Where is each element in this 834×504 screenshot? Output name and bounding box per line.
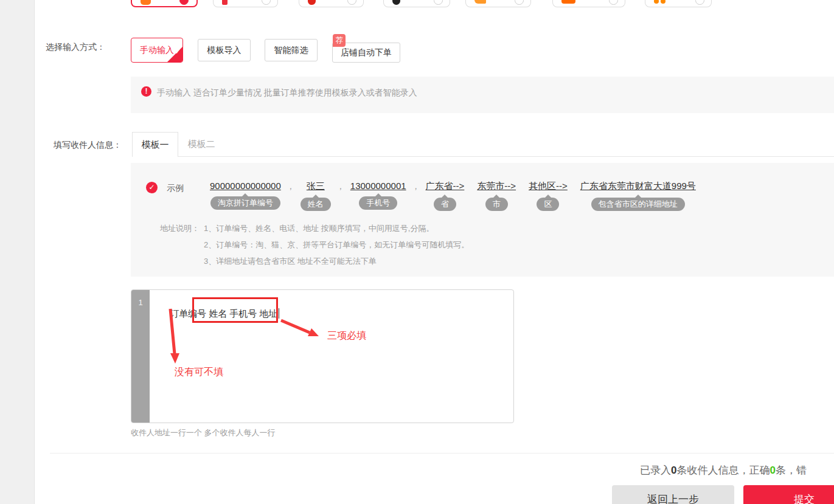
annotation-optional: 没有可不填 bbox=[175, 366, 223, 379]
separator: ， bbox=[287, 181, 295, 192]
check-circle-icon: ✓ bbox=[146, 182, 158, 193]
submit-button[interactable]: 提交 bbox=[743, 485, 834, 504]
summary-prefix: 已录入 bbox=[640, 464, 671, 476]
summary-mid: 条收件人信息，正确 bbox=[676, 464, 770, 476]
recipient-info-label: 填写收件人信息： bbox=[54, 140, 122, 151]
input-method-smart-button[interactable]: 智能筛选 bbox=[265, 39, 318, 61]
platform-option-5[interactable] bbox=[465, 0, 531, 7]
example-label: 示例 bbox=[167, 183, 184, 194]
example-district: 其他区--> bbox=[529, 181, 568, 192]
example-entry-district: 其他区--> 区 bbox=[529, 181, 568, 211]
footer-divider bbox=[50, 453, 834, 454]
correct-count: 0 bbox=[770, 464, 775, 476]
separator: ， bbox=[336, 181, 345, 192]
left-gutter-panel bbox=[0, 0, 35, 504]
radio-icon bbox=[515, 0, 524, 5]
entry-summary: 已录入0条收件人信息，正确0条，错 bbox=[640, 463, 807, 477]
example-entry-address: 广东省东莞市财富大道999号 包含省市区的详细地址 bbox=[580, 181, 696, 211]
platform-icon-5 bbox=[474, 0, 486, 4]
example-address: 广东省东莞市财富大道999号 bbox=[580, 181, 696, 192]
address-note-line-2: 2、订单编号：淘、猫、京、拼等平台订单编号，如无订单编号可随机填写。 bbox=[204, 240, 469, 250]
platform-icon-4 bbox=[392, 0, 400, 5]
example-phone: 13000000001 bbox=[350, 181, 406, 191]
platform-icon-2 bbox=[222, 0, 228, 5]
radio-icon bbox=[695, 0, 704, 5]
example-city: 东莞市--> bbox=[477, 181, 516, 192]
line-number: 1 bbox=[138, 298, 142, 307]
recipient-address-editor[interactable]: 1 订单编号 姓名 手机号 地址 bbox=[131, 289, 514, 423]
platform-option-2[interactable] bbox=[213, 0, 278, 7]
address-note-line-3: 3、详细地址请包含省市区 地址不全可能无法下单 bbox=[204, 256, 469, 267]
platform-option-4[interactable] bbox=[383, 0, 450, 7]
example-entry-city: 东莞市--> 市 bbox=[477, 181, 516, 211]
platform-icon-1 bbox=[141, 0, 151, 5]
tag-name: 姓名 bbox=[301, 198, 331, 211]
editor-hint: 收件人地址一行一个 多个收件人每人一行 bbox=[131, 427, 276, 438]
example-row: 90000000000000 淘京拼订单编号 ， 张三 姓名 ， 1300000… bbox=[210, 181, 696, 211]
radio-icon bbox=[609, 0, 618, 5]
tag-district: 区 bbox=[537, 198, 559, 211]
platform-option-1[interactable] bbox=[131, 0, 198, 7]
tab-divider bbox=[132, 156, 834, 157]
notice-text: 手动输入 适合订单少量情况 批量订单推荐使用模板录入或者智能录入 bbox=[157, 88, 417, 98]
example-entry-order-no: 90000000000000 淘京拼订单编号 bbox=[210, 181, 281, 210]
input-method-shop-auto-button[interactable]: 店铺自动下单 荐 bbox=[332, 43, 400, 63]
input-method-manual-button[interactable]: 手动输入 ✓ bbox=[131, 38, 183, 63]
tag-address: 包含省市区的详细地址 bbox=[591, 198, 685, 211]
shop-auto-label: 店铺自动下单 bbox=[341, 47, 392, 57]
address-note-line-1: 1、订单编号、姓名、电话、地址 按顺序填写，中间用逗号,分隔。 bbox=[204, 223, 469, 234]
platform-icon-6 bbox=[561, 0, 575, 4]
tag-order-no: 淘京拼订单编号 bbox=[210, 196, 280, 210]
input-method-label: 选择输入方式： bbox=[46, 42, 105, 53]
platform-icon-7 bbox=[654, 0, 659, 4]
summary-suffix: 条，错 bbox=[776, 464, 807, 476]
example-name: 张三 bbox=[307, 181, 325, 192]
text-caret bbox=[279, 308, 279, 319]
radio-icon bbox=[262, 0, 271, 5]
tab-template-1[interactable]: 模板一 bbox=[132, 132, 178, 157]
example-entry-name: 张三 姓名 bbox=[301, 181, 331, 211]
line-number-gutter: 1 bbox=[131, 290, 150, 423]
example-entry-province: 广东省--> 省 bbox=[426, 181, 465, 211]
platform-icon-3 bbox=[308, 0, 316, 5]
platform-option-6[interactable] bbox=[552, 0, 625, 7]
notice-bar: ! 手动输入 适合订单少量情况 批量订单推荐使用模板录入或者智能录入 bbox=[131, 77, 834, 113]
tag-phone: 手机号 bbox=[359, 196, 397, 210]
input-method-template-button[interactable]: 模板导入 bbox=[198, 39, 251, 61]
recommend-badge: 荐 bbox=[333, 34, 346, 47]
example-province: 广东省--> bbox=[426, 181, 465, 192]
tag-city: 市 bbox=[485, 198, 508, 211]
platform-option-3[interactable] bbox=[299, 0, 364, 7]
example-entry-phone: 13000000001 手机号 bbox=[350, 181, 406, 210]
example-order-no: 90000000000000 bbox=[210, 181, 281, 191]
alert-icon: ! bbox=[141, 86, 151, 97]
back-button[interactable]: 返回上一步 bbox=[612, 485, 734, 504]
example-panel: ✓ 示例 90000000000000 淘京拼订单编号 ， 张三 姓名 ， 13… bbox=[131, 163, 834, 277]
manual-order-entry-page: 选择输入方式： 手动输入 ✓ 模板导入 智能筛选 店铺自动下单 荐 ! 手动输入… bbox=[0, 0, 834, 504]
radio-selected-icon bbox=[179, 0, 189, 5]
radio-icon bbox=[347, 0, 356, 5]
address-note-label: 地址说明： bbox=[160, 223, 200, 234]
editor-content[interactable]: 订单编号 姓名 手机号 地址 bbox=[155, 298, 279, 330]
platform-option-7[interactable] bbox=[645, 0, 712, 7]
address-note-lines: 1、订单编号、姓名、电话、地址 按顺序填写，中间用逗号,分隔。 2、订单编号：淘… bbox=[204, 223, 469, 272]
annotation-required: 三项必填 bbox=[327, 330, 366, 342]
separator: ， bbox=[412, 181, 420, 192]
radio-icon bbox=[434, 0, 443, 5]
tag-province: 省 bbox=[434, 198, 456, 211]
tab-template-2[interactable]: 模板二 bbox=[178, 132, 224, 157]
check-icon: ✓ bbox=[175, 40, 181, 63]
